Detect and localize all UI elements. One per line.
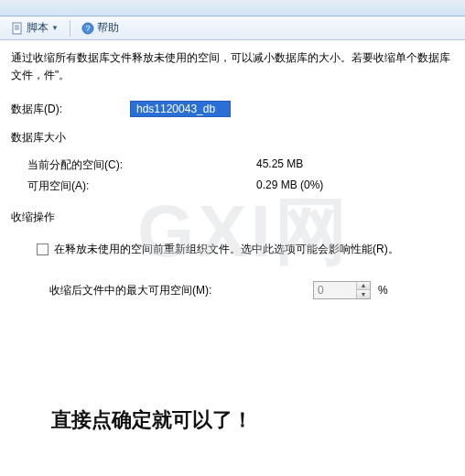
help-button[interactable]: ? 帮助 [76,18,124,38]
allocated-space-row: 当前分配的空间(C): 45.25 MB [11,155,454,176]
reorganize-label: 在释放未使用的空间前重新组织文件。选中此选项可能会影响性能(R)。 [54,242,399,257]
help-label: 帮助 [97,20,119,36]
free-space-value: 0.29 MB (0%) [256,178,454,194]
allocated-space-value: 45.25 MB [256,157,454,173]
free-space-row: 可用空间(A): 0.29 MB (0%) [11,176,454,197]
help-icon: ? [81,22,94,35]
toolbar: 脚本 ▼ ? 帮助 [0,16,465,40]
database-value-box[interactable]: hds1120043_db [130,101,231,117]
max-free-spinbox: ▲ ▼ [313,281,371,299]
reorganize-row: 在释放未使用的空间前重新组织文件。选中此选项可能会影响性能(R)。 [11,242,454,257]
max-free-input[interactable] [314,282,356,298]
database-row: 数据库(D): hds1120043_db [11,101,454,117]
max-free-row: 收缩后文件中的最大可用空间(M): ▲ ▼ % [11,281,454,299]
annotation-text: 直接点确定就可以了！ [51,406,253,434]
titlebar-stub [0,0,465,16]
spin-buttons: ▲ ▼ [356,282,370,298]
reorganize-checkbox[interactable] [37,243,49,255]
size-section-title: 数据库大小 [11,130,454,146]
script-button[interactable]: 脚本 ▼ [5,18,64,38]
intro-text: 通过收缩所有数据库文件释放未使用的空间，可以减小数据库的大小。若要收缩单个数据库… [11,49,454,84]
svg-text:?: ? [85,24,90,33]
spin-down-button[interactable]: ▼ [357,290,370,298]
spin-up-button[interactable]: ▲ [357,282,370,290]
max-free-label: 收缩后文件中的最大可用空间(M): [49,283,306,298]
dropdown-arrow-icon: ▼ [51,24,59,32]
toolbar-separator [70,20,70,37]
svg-rect-0 [13,23,21,34]
script-icon [11,22,24,35]
content-area: 通过收缩所有数据库文件释放未使用的空间，可以减小数据库的大小。若要收缩单个数据库… [0,40,465,299]
script-label: 脚本 [27,20,49,36]
allocated-space-label: 当前分配的空间(C): [27,157,256,173]
database-value: hds1120043_db [136,103,215,115]
database-label: 数据库(D): [11,102,130,117]
shrink-section-title: 收缩操作 [11,210,454,225]
free-space-label: 可用空间(A): [27,178,256,194]
max-free-unit: % [378,284,388,297]
